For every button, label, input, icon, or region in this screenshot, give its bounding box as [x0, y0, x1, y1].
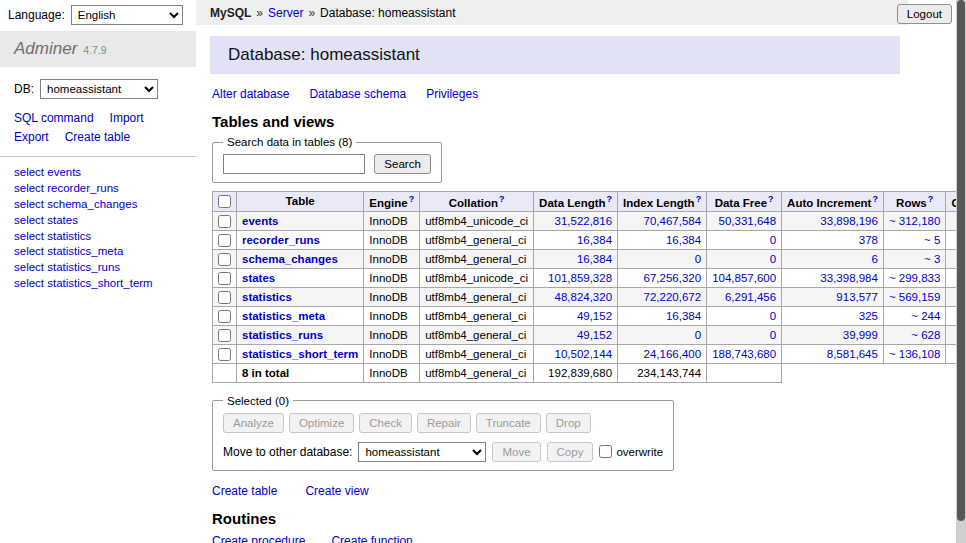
table-name-link[interactable]: statistics	[242, 291, 292, 303]
search-fieldset: Search data in tables (8) Search	[212, 136, 442, 183]
auto-increment-link[interactable]: 6	[872, 253, 878, 265]
data-free-link[interactable]: 0	[770, 253, 776, 265]
data-length-link[interactable]: 31,522,816	[555, 215, 613, 227]
index-length-link[interactable]: 16,384	[666, 234, 701, 246]
overwrite-checkbox[interactable]	[599, 445, 612, 458]
help-link[interactable]: ?	[872, 194, 878, 204]
index-length-link[interactable]: 0	[695, 253, 701, 265]
auto-increment-link[interactable]: 913,577	[836, 291, 878, 303]
data-free-link[interactable]: 0	[770, 329, 776, 341]
rows-count-link[interactable]: ~ 628	[911, 329, 940, 341]
sidebar-select-link-statistics-runs[interactable]: select statistics_runs	[14, 260, 182, 276]
data-length-link[interactable]: 101,859,328	[548, 272, 612, 284]
data-free-link[interactable]: 0	[770, 234, 776, 246]
data-length-link[interactable]: 49,152	[577, 329, 612, 341]
table-name-link[interactable]: schema_changes	[242, 253, 338, 265]
auto-increment-link[interactable]: 39,999	[843, 329, 878, 341]
data-free-link[interactable]: 104,857,600	[712, 272, 776, 284]
rows-count-link[interactable]: ~ 3	[924, 253, 940, 265]
breadcrumb-server-link[interactable]: Server	[268, 6, 303, 20]
rows-count-link[interactable]: ~ 5	[924, 234, 940, 246]
sidebar-select-link-schema-changes[interactable]: select schema_changes	[14, 197, 182, 213]
export-link[interactable]: Export	[14, 128, 49, 147]
create-procedure-link[interactable]: Create procedure	[212, 534, 305, 543]
sidebar-select-link-statistics[interactable]: select statistics	[14, 229, 182, 245]
data-length-link[interactable]: 48,824,320	[555, 291, 613, 303]
header-data-free: Data Free?	[707, 192, 782, 212]
row-checkbox[interactable]	[218, 310, 231, 323]
index-length-link[interactable]: 72,220,672	[644, 291, 702, 303]
data-free-link[interactable]: 0	[770, 310, 776, 322]
row-checkbox[interactable]	[218, 272, 231, 285]
index-length-link[interactable]: 24,166,400	[644, 348, 702, 360]
data-free-link[interactable]: 6,291,456	[725, 291, 776, 303]
data-length-link[interactable]: 16,384	[577, 253, 612, 265]
index-length-link[interactable]: 67,256,320	[644, 272, 702, 284]
table-name-link[interactable]: statistics_runs	[242, 329, 323, 341]
help-link[interactable]: ?	[499, 194, 505, 204]
db-select[interactable]: homeassistant	[40, 79, 158, 99]
help-link[interactable]: ?	[696, 194, 702, 204]
data-free-link[interactable]: 188,743,680	[712, 348, 776, 360]
help-link[interactable]: ?	[607, 194, 613, 204]
auto-increment-link[interactable]: 378	[859, 234, 878, 246]
total-label: 8 in total	[237, 363, 364, 382]
help-link[interactable]: ?	[409, 194, 415, 204]
create-table-link[interactable]: Create table	[65, 128, 130, 147]
row-checkbox[interactable]	[218, 348, 231, 361]
search-button[interactable]: Search	[374, 154, 430, 174]
language-select[interactable]: English	[71, 5, 183, 25]
rows-count-link[interactable]: ~ 569,159	[889, 291, 940, 303]
logout-button[interactable]: Logout	[897, 4, 952, 24]
row-checkbox[interactable]	[218, 215, 231, 228]
row-checkbox[interactable]	[218, 291, 231, 304]
row-checkbox[interactable]	[218, 253, 231, 266]
help-link[interactable]: ?	[928, 194, 934, 204]
vertical-scrollbar[interactable]	[956, 0, 966, 543]
auto-increment-link[interactable]: 8,581,645	[827, 348, 878, 360]
create-view-link[interactable]: Create view	[305, 484, 368, 498]
rows-count-link[interactable]: ~ 244	[911, 310, 940, 322]
sidebar-select-link-states[interactable]: select states	[14, 213, 182, 229]
sidebar-select-link-statistics-meta[interactable]: select statistics_meta	[14, 244, 182, 260]
table-name-link[interactable]: statistics_short_term	[242, 348, 358, 360]
data-length-link[interactable]: 16,384	[577, 234, 612, 246]
adminer-logo-link[interactable]: Adminer	[14, 39, 77, 59]
table-name-link[interactable]: statistics_meta	[242, 310, 325, 322]
index-length-link[interactable]: 0	[695, 329, 701, 341]
index-length-link[interactable]: 16,384	[666, 310, 701, 322]
database-schema-link[interactable]: Database schema	[309, 87, 406, 101]
alter-database-link[interactable]: Alter database	[212, 87, 289, 101]
table-name-link[interactable]: events	[242, 215, 278, 227]
help-link[interactable]: ?	[768, 194, 774, 204]
row-checkbox[interactable]	[218, 329, 231, 342]
create-function-link[interactable]: Create function	[331, 534, 412, 543]
data-free-link[interactable]: 50,331,648	[719, 215, 777, 227]
breadcrumb-mysql-link[interactable]: MySQL	[210, 6, 251, 20]
table-name-link[interactable]: recorder_runs	[242, 234, 320, 246]
select-all-checkbox[interactable]	[218, 195, 231, 208]
search-input[interactable]	[223, 154, 365, 174]
sql-command-link[interactable]: SQL command	[14, 109, 94, 128]
move-db-select[interactable]: homeassistant	[358, 442, 486, 462]
auto-increment-link[interactable]: 33,898,196	[820, 215, 878, 227]
auto-increment-link[interactable]: 33,398,984	[820, 272, 878, 284]
rows-count-link[interactable]: ~ 299,833	[889, 272, 940, 284]
scrollbar-thumb[interactable]	[957, 0, 965, 521]
privileges-link[interactable]: Privileges	[426, 87, 478, 101]
index-length-link[interactable]: 70,467,584	[644, 215, 702, 227]
data-length-link[interactable]: 10,502,144	[555, 348, 613, 360]
rows-count-link[interactable]: ~ 136,108	[889, 348, 940, 360]
sidebar-select-link-events[interactable]: select events	[14, 165, 182, 181]
table-name-link[interactable]: states	[242, 272, 275, 284]
rows-count-link[interactable]: ~ 312,180	[889, 215, 940, 227]
data-length-link[interactable]: 49,152	[577, 310, 612, 322]
sidebar-select-link-recorder-runs[interactable]: select recorder_runs	[14, 181, 182, 197]
import-link[interactable]: Import	[110, 109, 144, 128]
create-table-link-main[interactable]: Create table	[212, 484, 277, 498]
sidebar-select-link-statistics-short-term[interactable]: select statistics_short_term	[14, 276, 182, 292]
collation-cell: utf8mb4_general_ci	[420, 230, 534, 249]
auto-increment-link[interactable]: 325	[859, 310, 878, 322]
move-row: Move to other database: homeassistant Mo…	[223, 442, 663, 462]
row-checkbox[interactable]	[218, 234, 231, 247]
